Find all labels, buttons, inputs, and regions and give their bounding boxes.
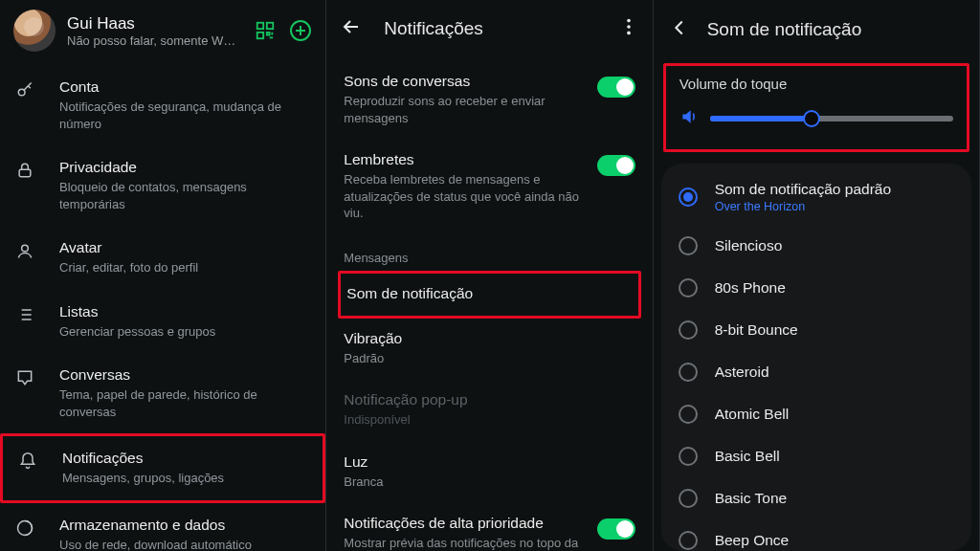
sound-title: Som de notificação padrão	[715, 181, 891, 198]
sound-text: Som de notificação padrãoOver the Horizo…	[715, 181, 891, 213]
pref-top-0[interactable]: Sons de conversasReproduzir sons ao rece…	[326, 61, 652, 140]
radio-icon[interactable]	[679, 447, 698, 466]
settings-item-text: ListasGerenciar pessoas e grupos	[59, 303, 215, 341]
profile-header[interactable]: Gui Haas Não posso falar, somente W…	[0, 0, 325, 65]
sound-text: Asteroid	[715, 364, 769, 381]
panel3-title: Som de notificação	[707, 19, 862, 40]
radio-icon[interactable]	[679, 320, 698, 340]
settings-item-key[interactable]: ContaNotificações de segurança, mudança …	[0, 65, 325, 145]
sound-panel: Som de notificação Volume do toque Som d…	[654, 0, 980, 551]
sound-option[interactable]: 80s Phone	[661, 267, 971, 309]
sound-option[interactable]: 8-bit Bounce	[661, 309, 971, 351]
qr-icon[interactable]	[255, 20, 276, 41]
settings-item-sub: Bloqueio de contatos, mensagens temporár…	[59, 179, 310, 212]
svg-point-6	[22, 245, 29, 252]
notifications-panel: Notificações Sons de conversasReproduzir…	[326, 0, 653, 551]
sound-option[interactable]: Basic Tone	[661, 477, 971, 519]
settings-item-avatar[interactable]: AvatarCriar, editar, foto do perfil	[0, 226, 325, 290]
radio-icon[interactable]	[679, 236, 698, 255]
back-chevron-icon[interactable]	[665, 13, 694, 46]
sound-option[interactable]: Asteroid	[661, 351, 971, 393]
settings-item-lists[interactable]: ListasGerenciar pessoas e grupos	[0, 290, 325, 354]
settings-item-text: ContaNotificações de segurança, mudança …	[59, 78, 310, 132]
sound-title: Asteroid	[715, 364, 769, 381]
sound-title: Atomic Bell	[715, 406, 790, 423]
sound-option[interactable]: Beep Once	[661, 519, 971, 551]
sound-title: Basic Bell	[715, 448, 780, 465]
sound-option[interactable]: Basic Bell	[661, 435, 971, 477]
radio-icon[interactable]	[679, 405, 698, 424]
pref-msg-0[interactable]: Som de notificação	[338, 271, 640, 319]
settings-item-title: Listas	[59, 303, 215, 320]
settings-panel: Gui Haas Não posso falar, somente W… Con…	[0, 0, 326, 551]
pref-msg-2: Notificação pop-upIndisponível	[326, 380, 652, 442]
radio-icon[interactable]	[679, 187, 698, 207]
panel2-body: Sons de conversasReproduzir sons ao rece…	[326, 57, 652, 551]
volume-slider[interactable]	[710, 116, 953, 121]
pref-title: Notificações de alta prioridade	[344, 515, 587, 532]
header-actions	[255, 19, 312, 42]
settings-item-chat[interactable]: ConversasTema, papel de parede, históric…	[0, 353, 325, 433]
add-icon[interactable]	[289, 19, 312, 42]
settings-item-title: Privacidade	[59, 159, 310, 176]
toggle[interactable]	[597, 155, 635, 176]
settings-item-bell[interactable]: NotificaçõesMensagens, grupos, ligações	[0, 433, 325, 503]
pref-sub: Mostrar prévia das notificações no topo …	[344, 535, 587, 551]
overflow-icon[interactable]	[614, 12, 643, 45]
radio-icon[interactable]	[679, 489, 698, 508]
slider-thumb[interactable]	[803, 110, 820, 127]
volume-label: Volume do toque	[679, 76, 953, 92]
pref-top-1[interactable]: LembretesReceba lembretes de mensagens e…	[326, 140, 652, 235]
category-label: Mensagens	[326, 235, 652, 271]
pref-text: VibraçãoPadrão	[344, 330, 635, 367]
toggle[interactable]	[597, 77, 635, 98]
settings-item-title: Conta	[59, 78, 310, 96]
sound-title: Silencioso	[715, 237, 783, 254]
sound-option[interactable]: Atomic Bell	[661, 393, 971, 435]
toggle[interactable]	[597, 518, 635, 540]
pref-sub: Reproduzir sons ao receber e enviar mens…	[344, 93, 587, 126]
panel2-title: Notificações	[384, 18, 613, 39]
settings-item-title: Armazenamento e dados	[59, 517, 252, 534]
volume-card: Volume do toque	[663, 63, 969, 152]
profile-status: Não posso falar, somente W…	[67, 33, 249, 48]
svg-rect-1	[267, 23, 273, 29]
sound-list: Som de notificação padrãoOver the Horizo…	[661, 164, 971, 551]
avatar-icon	[15, 241, 36, 264]
pref-msg-4[interactable]: Notificações de alta prioridadeMostrar p…	[326, 503, 652, 551]
sound-option[interactable]: Som de notificação padrãoOver the Horizo…	[661, 169, 971, 225]
sound-text: 8-bit Bounce	[715, 321, 798, 339]
avatar[interactable]	[13, 10, 56, 52]
settings-item-lock[interactable]: PrivacidadeBloqueio de contatos, mensage…	[0, 145, 325, 226]
settings-item-title: Notificações	[62, 450, 224, 467]
svg-rect-0	[257, 23, 263, 29]
radio-icon[interactable]	[679, 363, 698, 382]
svg-point-9	[627, 25, 631, 29]
sound-text: Beep Once	[715, 532, 790, 549]
pref-text: Notificação pop-upIndisponível	[344, 391, 635, 429]
speaker-icon[interactable]	[679, 107, 699, 130]
pref-text: Som de notificação	[346, 285, 632, 302]
profile-text: Gui Haas Não posso falar, somente W…	[67, 14, 249, 48]
radio-icon[interactable]	[679, 278, 698, 298]
radio-icon[interactable]	[679, 531, 698, 550]
key-icon	[15, 80, 36, 103]
pref-title: Sons de conversas	[344, 73, 587, 90]
sound-title: 80s Phone	[715, 279, 786, 297]
sound-text: Silencioso	[715, 237, 783, 254]
sound-title: Beep Once	[715, 532, 790, 549]
pref-sub: Indisponível	[344, 411, 625, 429]
sound-text: 80s Phone	[715, 279, 786, 297]
sound-option[interactable]: Silencioso	[661, 225, 971, 267]
back-icon[interactable]	[336, 11, 367, 46]
settings-item-title: Avatar	[59, 239, 198, 256]
pref-title: Vibração	[344, 330, 625, 347]
settings-item-storage[interactable]: Armazenamento e dadosUso de rede, downlo…	[0, 503, 325, 551]
pref-title: Notificação pop-up	[344, 391, 625, 408]
pref-msg-3[interactable]: LuzBranca	[326, 442, 652, 504]
pref-msg-1[interactable]: VibraçãoPadrão	[326, 319, 652, 381]
settings-item-sub: Uso de rede, download automático	[59, 537, 252, 551]
svg-rect-5	[19, 169, 31, 177]
lists-icon	[15, 305, 36, 328]
settings-item-text: PrivacidadeBloqueio de contatos, mensage…	[59, 159, 310, 212]
